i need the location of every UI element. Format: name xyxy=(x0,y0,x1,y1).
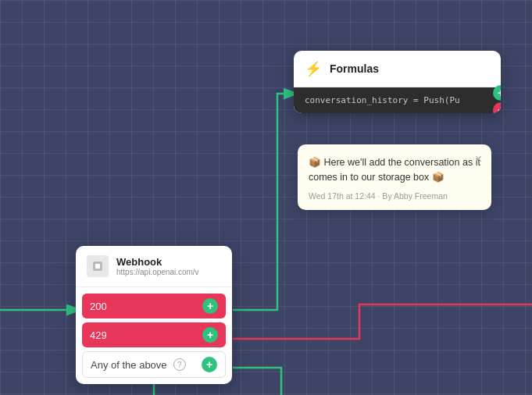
webhook-card: Webhook https://api.openai.com/v 200 + 4… xyxy=(76,246,232,384)
webhook-row-any[interactable]: Any of the above ? + xyxy=(82,351,226,378)
formulas-header: ⚡ Formulas xyxy=(294,51,501,87)
note-meta: Wed 17th at 12:44 · By Abby Freeman xyxy=(309,191,480,201)
help-icon[interactable]: ? xyxy=(173,358,186,371)
webhook-title: Webhook xyxy=(116,256,199,268)
note-card: × 📦 Here we'll add the conversation as i… xyxy=(298,144,491,210)
webhook-row-any-left: Any of the above ? xyxy=(91,358,186,371)
formulas-card: ⚡ Formulas conversation_history = Push(P… xyxy=(294,51,501,113)
webhook-row-200-label: 200 xyxy=(90,301,107,312)
webhook-row-429-label: 429 xyxy=(90,329,107,341)
webhook-row-200-add-button[interactable]: + xyxy=(202,298,218,314)
formulas-icon: ⚡ xyxy=(305,60,322,77)
webhook-row-429-add-button[interactable]: + xyxy=(202,327,218,343)
formulas-title: Formulas xyxy=(330,62,379,75)
webhook-row-any-add-button[interactable]: + xyxy=(202,357,217,372)
webhook-icon xyxy=(87,255,109,277)
note-close-button[interactable]: × xyxy=(475,152,482,166)
webhook-rows: 200 + 429 + Any of the above ? + xyxy=(76,287,232,384)
webhook-url: https://api.openai.com/v xyxy=(116,268,199,276)
webhook-title-group: Webhook https://api.openai.com/v xyxy=(116,256,199,276)
webhook-row-any-label: Any of the above xyxy=(91,359,167,371)
webhook-header: Webhook https://api.openai.com/v xyxy=(76,246,232,287)
formulas-code: conversation_history = Push(Pu xyxy=(294,87,501,113)
webhook-row-429[interactable]: 429 + xyxy=(82,322,226,347)
note-text: 📦 Here we'll add the conversation as it … xyxy=(309,155,480,185)
svg-rect-2 xyxy=(95,264,100,269)
webhook-row-200[interactable]: 200 + xyxy=(82,294,226,318)
